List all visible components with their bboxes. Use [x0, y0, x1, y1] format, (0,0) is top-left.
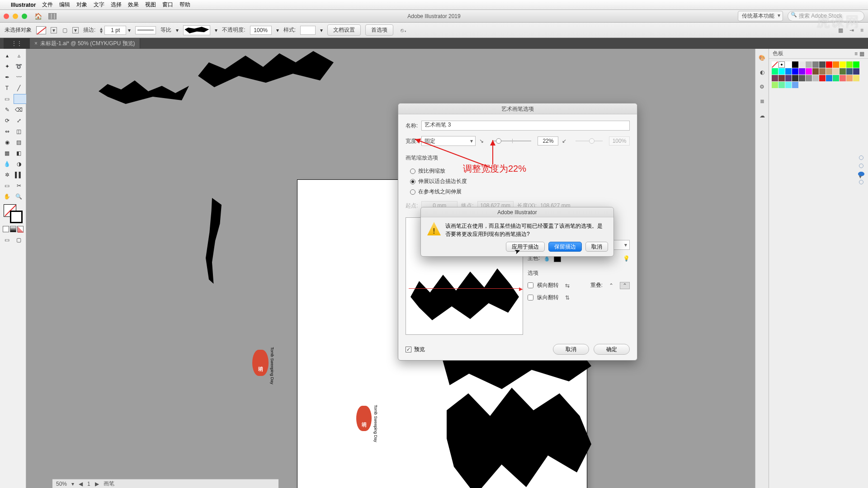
shape-builder-tool[interactable]: ◉: [2, 137, 13, 147]
swatches-grid-view-icon[interactable]: ▦: [859, 51, 864, 57]
swatch[interactable]: [792, 82, 798, 88]
swatch[interactable]: [799, 68, 805, 75]
screen-mode-icon[interactable]: ▢: [14, 235, 24, 245]
menu-edit[interactable]: 编辑: [59, 1, 70, 9]
type-tool[interactable]: T: [2, 83, 13, 93]
direct-selection-tool[interactable]: ▵: [14, 51, 24, 61]
swatch[interactable]: [806, 68, 812, 75]
color-guide-icon[interactable]: ◐: [758, 68, 767, 77]
snap-opt-1[interactable]: [859, 155, 863, 160]
document-tab[interactable]: × 未标题-1.ai* @ 50% (CMYK/GPU 预览): [30, 38, 140, 48]
gradient-tool[interactable]: ◧: [14, 148, 24, 158]
swatch[interactable]: [840, 61, 846, 68]
curvature-tool[interactable]: 〰: [14, 72, 24, 82]
apply-to-strokes-button[interactable]: 应用于描边: [506, 242, 545, 252]
shaper-tool[interactable]: ✎: [2, 105, 13, 115]
swatches-list-view-icon[interactable]: ≡: [854, 51, 858, 57]
swatch[interactable]: [846, 68, 853, 75]
style-dropdown-icon[interactable]: ▾: [320, 27, 323, 33]
opacity-value[interactable]: 100%: [250, 26, 272, 35]
free-transform-tool[interactable]: ◫: [14, 127, 24, 136]
scale-stretch-radio[interactable]: 伸展以适合描边长度: [410, 178, 630, 185]
pen-tool[interactable]: ✒: [2, 72, 13, 82]
swatch[interactable]: [778, 75, 785, 81]
none-mode-icon[interactable]: [17, 226, 24, 232]
swatch[interactable]: [792, 61, 798, 68]
stroke-swatch[interactable]: ▢: [61, 27, 68, 33]
swatch[interactable]: [840, 75, 846, 81]
stroke-weight-value[interactable]: 1 pt: [104, 26, 126, 35]
swatch[interactable]: [853, 61, 859, 68]
swatch[interactable]: [772, 75, 778, 81]
close-window-icon[interactable]: [4, 14, 9, 19]
swatch[interactable]: [806, 61, 812, 68]
overlap-opt1-icon[interactable]: ⌃: [606, 282, 616, 289]
mesh-tool[interactable]: ▦: [2, 148, 13, 158]
swatch[interactable]: [826, 68, 832, 75]
swatch[interactable]: [819, 75, 826, 81]
magic-wand-tool[interactable]: ✦: [2, 61, 13, 71]
swatch[interactable]: [812, 61, 819, 68]
swatch[interactable]: [833, 61, 839, 68]
swatch[interactable]: [785, 75, 792, 81]
color-panel-icon[interactable]: 🎨: [758, 53, 767, 62]
swatch[interactable]: [853, 68, 859, 75]
swatch[interactable]: [792, 75, 798, 81]
close-tab-icon[interactable]: ×: [34, 40, 38, 47]
profile-dropdown-icon[interactable]: ▾: [176, 27, 179, 33]
overlap-opt2-icon[interactable]: ⌃: [620, 282, 630, 289]
brush-name-input[interactable]: 艺术画笔 3: [421, 121, 630, 131]
fill-dropdown-icon[interactable]: ▾: [51, 27, 57, 33]
swatch[interactable]: [846, 75, 853, 81]
snap-opt-3[interactable]: [858, 172, 864, 176]
rectangle-tool[interactable]: ▭: [2, 94, 13, 104]
width-slider-handle[interactable]: [496, 138, 501, 144]
eraser-tool[interactable]: ⌫: [14, 105, 24, 115]
flip-h-checkbox[interactable]: [528, 282, 533, 288]
arrange-documents-icon[interactable]: [48, 13, 57, 19]
slice-tool[interactable]: ✂: [14, 181, 24, 191]
preferences-button[interactable]: 首选项: [365, 24, 393, 36]
brush-definition[interactable]: [183, 25, 210, 35]
stroke-weight-stepper[interactable]: ▴▾ 1 pt ▾: [100, 26, 131, 35]
document-setup-button[interactable]: 文档设置: [327, 24, 361, 36]
opacity-dropdown-icon[interactable]: ▾: [276, 27, 279, 33]
swatch[interactable]: [812, 68, 819, 75]
perspective-grid-tool[interactable]: ▤: [14, 137, 24, 147]
rotate-tool[interactable]: ⟳: [2, 116, 13, 126]
blend-tool[interactable]: ◑: [14, 159, 24, 169]
line-segment-tool[interactable]: ╱: [14, 83, 24, 93]
app-name[interactable]: Illustrator: [11, 2, 36, 8]
swatch[interactable]: [833, 75, 839, 81]
panel-menu-icon[interactable]: ≡: [860, 27, 863, 33]
swatch[interactable]: [853, 75, 859, 81]
swatch[interactable]: [826, 61, 832, 68]
menu-effect[interactable]: 效果: [128, 1, 139, 9]
artboard-tool[interactable]: ▭: [2, 181, 13, 191]
workspace-switcher[interactable]: 传统基本功能: [738, 11, 783, 21]
preview-checkbox[interactable]: [406, 347, 411, 352]
swatch[interactable]: [846, 61, 853, 68]
color-mode-icon[interactable]: [3, 226, 9, 232]
width-tool[interactable]: ⇔: [2, 127, 13, 136]
minimize-window-icon[interactable]: [13, 14, 18, 19]
swatch[interactable]: [772, 61, 778, 68]
width-lock-right-icon[interactable]: ↙: [562, 138, 569, 144]
width-slider[interactable]: [493, 141, 531, 141]
width-percent-input[interactable]: 22%: [538, 136, 558, 145]
swatch[interactable]: [792, 68, 798, 75]
swatch[interactable]: [806, 75, 812, 81]
hand-tool[interactable]: ✋: [2, 192, 13, 202]
properties-panel-icon[interactable]: ⚙: [758, 82, 767, 91]
artboard-nav-next[interactable]: ▶: [95, 481, 99, 487]
tips-icon[interactable]: 💡: [623, 255, 630, 262]
swatch[interactable]: [778, 82, 785, 88]
gradient-mode-icon[interactable]: [10, 226, 16, 232]
artboard-index[interactable]: 1: [87, 481, 90, 487]
swatch[interactable]: [778, 61, 785, 68]
canvas[interactable]: 清明 Tomb Sweeping Day 清明 Tomb Sweeping Da…: [26, 49, 755, 488]
snap-opt-2[interactable]: [859, 164, 863, 168]
zoom-window-icon[interactable]: [22, 14, 27, 19]
swatch[interactable]: [819, 68, 826, 75]
menu-window[interactable]: 窗口: [162, 1, 173, 9]
